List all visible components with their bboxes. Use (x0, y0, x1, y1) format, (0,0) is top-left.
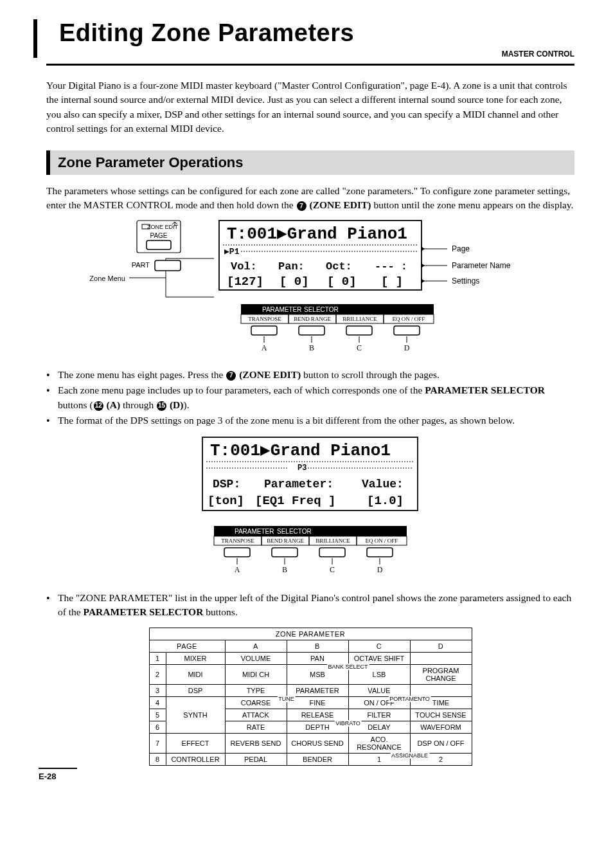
cell: CHORUS SEND (287, 733, 348, 753)
lcd-blank: [ ] (381, 275, 403, 289)
btn-transpose: TRANSPOSE (248, 316, 281, 322)
table-row: 4SYNTHCOARSETUNEFINEON / OFFPORTAMENTOTI… (149, 696, 472, 709)
svg-rect-18 (394, 326, 420, 335)
row-num: 5 (149, 709, 166, 721)
btn2-eq: EQ ON / OFF (366, 538, 398, 544)
lcd2-dsp: DSP: (213, 478, 240, 491)
row-name: MIXER (166, 652, 225, 664)
cell: BENDER (287, 753, 348, 765)
cell: RATE (225, 721, 287, 733)
cell: VOLUME (225, 652, 287, 664)
label-b: B (309, 343, 314, 352)
master-control-label: MASTER CONTROL (46, 50, 574, 59)
label-c: C (357, 343, 362, 352)
svg-rect-16 (299, 326, 324, 335)
row-num: 2 (149, 664, 166, 684)
param-selector-strong: PARAMETER SELECTOR (84, 606, 204, 617)
cell (410, 684, 472, 696)
zone-edit-strong: (ZONE EDIT) (236, 369, 301, 380)
text-fragment: button to scroll through the pages. (301, 369, 440, 380)
cell: WAVEFORM (410, 721, 472, 733)
text-fragment: Each zone menu page includes up to four … (58, 384, 425, 395)
svg-rect-34 (319, 548, 345, 557)
param-sel2-r: SELECTOR (277, 528, 312, 535)
row-num: 7 (149, 733, 166, 753)
svg-rect-15 (251, 326, 277, 335)
cell: DEPTHVIBRATO (287, 721, 348, 733)
lcd2-param: Parameter: (264, 478, 333, 491)
svg-rect-17 (346, 326, 372, 335)
btn-bend: BEND RANGE (294, 316, 331, 322)
lcd-v127: [127] (227, 275, 263, 289)
cell: TOUCH SENSE (410, 709, 472, 721)
cell: DSP ON / OFF (410, 733, 472, 753)
label-a: A (262, 343, 267, 352)
cell: PAN (287, 652, 348, 664)
text-fragment: buttons ( (58, 399, 93, 410)
cell: PARAMETER (287, 684, 348, 696)
lcd2-val: Value: (362, 478, 404, 491)
lcd2-r3a: [ton] (208, 494, 244, 508)
row-name: MIDI (166, 664, 225, 684)
btn-brill: BRILLIANCE (342, 316, 377, 322)
circled-15-icon: 15 (157, 401, 166, 411)
zone-edit-strong: (ZONE EDIT) (307, 199, 371, 210)
svg-rect-9 (155, 260, 181, 271)
row-name: DSP (166, 684, 225, 696)
cell: TYPE (225, 684, 287, 696)
row-name: SYNTH (166, 696, 225, 733)
text-fragment: buttons. (203, 606, 237, 617)
table-row: 3DSPTYPEPARAMETERVALUE (149, 684, 472, 696)
cell: TIME (410, 696, 472, 709)
table-row: 8CONTROLLERPEDALBENDER1ASSIGNABLE2 (149, 753, 472, 765)
zone-edit-label: ZONE EDIT (147, 224, 179, 230)
bullet-3: The format of the DPS settings on page 3… (46, 413, 574, 428)
callout-param-name: Parameter Name (452, 261, 511, 270)
text-fragment: button until the zone menu appears on th… (371, 199, 574, 210)
zp-col-d: D (410, 640, 472, 652)
lcd2-page: P3 (298, 464, 306, 473)
row-num: 1 (149, 652, 166, 664)
lcd-v0a: [ 0] (280, 275, 309, 289)
lcd-top: T:001▶Grand Piano1 (227, 224, 407, 244)
zp-col-a: A (225, 640, 287, 652)
bullet-zp-list: The "ZONE PARAMETER" list in the upper l… (46, 591, 574, 620)
text-fragment: ). (183, 399, 189, 410)
label-d: D (404, 343, 410, 352)
row-name: CONTROLLER (166, 753, 225, 765)
part-label: PART (132, 261, 150, 269)
row-num: 3 (149, 684, 166, 696)
svg-rect-32 (224, 548, 250, 557)
cell: OCTAVE SHIFT (348, 652, 410, 664)
zone-edit-page: PAGE (150, 232, 167, 239)
zone-parameter-table: ZONE PARAMETER PAGE A B C D 1MIXERVOLUME… (149, 628, 472, 766)
param-selector-strong: PARAMETER SELECTOR (425, 384, 545, 395)
lcd2-r3c: [1.0] (367, 494, 404, 508)
cell: ACO. RESONANCE (348, 733, 410, 753)
cell: LSB (348, 664, 410, 684)
lcd-vol: Vol: (231, 260, 257, 273)
circled-12-icon: 12 (94, 401, 103, 411)
page-title: Editing Zone Parameters (59, 19, 574, 47)
zp-title: ZONE PARAMETER (149, 628, 472, 640)
circled-7-icon: 7 (297, 201, 306, 211)
zone-menu-label: Zone Menu (89, 275, 125, 282)
page-footer: E-28 (39, 768, 77, 781)
svg-rect-2 (147, 240, 171, 249)
btn2-bend: BEND RANGE (267, 538, 304, 544)
label2-b: B (282, 565, 287, 574)
btn2-brill: BRILLIANCE (315, 538, 350, 544)
cell: FILTER (348, 709, 410, 721)
btn-eq: EQ ON / OFF (393, 316, 425, 322)
bullet-list-2: The "ZONE PARAMETER" list in the upper l… (46, 591, 574, 620)
bullet-2: Each zone menu page includes up to four … (46, 383, 574, 412)
cell (410, 652, 472, 664)
lcd-oct: Oct: (326, 260, 352, 273)
a-strong: (A) (104, 399, 120, 410)
cell: VALUE (348, 684, 410, 696)
cell: PEDAL (225, 753, 287, 765)
lcd-v0b: [ 0] (327, 275, 357, 289)
cell: ON / OFFPORTAMENTO (348, 696, 410, 709)
bullet-list-1: The zone menu has eight pages. Press the… (46, 368, 574, 428)
callout-settings: Settings (452, 276, 479, 285)
